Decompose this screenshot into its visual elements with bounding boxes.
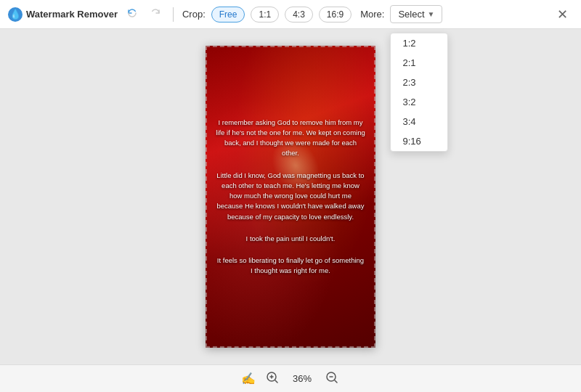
select-button[interactable]: Select ▼: [390, 5, 442, 23]
image-container: I remember asking God to remove him from…: [206, 46, 375, 348]
app-title: Watermark Remover: [26, 9, 118, 20]
hand-tool-icon[interactable]: ✍: [241, 372, 256, 385]
zoom-bar: ✍ 36%: [0, 364, 581, 392]
zoom-out-button[interactable]: [324, 369, 340, 388]
app-icon: 💧: [7, 7, 23, 23]
redo-button[interactable]: [147, 6, 164, 23]
dropdown-item-3-2[interactable]: 3:2: [391, 92, 447, 112]
svg-text:💧: 💧: [9, 8, 22, 20]
toolbar: 💧 Watermark Remover Crop: Free 1:1 4:3 1…: [0, 0, 581, 29]
dropdown-item-2-1[interactable]: 2:1: [391, 53, 447, 73]
crop-label: Crop:: [182, 9, 206, 20]
crop-16-9-button[interactable]: 16:9: [319, 7, 352, 23]
chevron-down-icon: ▼: [428, 10, 435, 18]
quote-4: It feels so liberating to finally let go…: [216, 256, 365, 277]
dropdown-item-2-3[interactable]: 2:3: [391, 73, 447, 92]
dropdown-item-3-4[interactable]: 3:4: [391, 112, 447, 131]
select-label: Select: [398, 9, 424, 20]
app-logo: 💧 Watermark Remover: [7, 7, 118, 23]
quote-3: I took the pain until I couldn't.: [246, 234, 336, 244]
quote-1: I remember asking God to remove him from…: [216, 118, 365, 159]
select-dropdown-wrapper: Select ▼ 1:22:12:33:23:49:16: [390, 5, 442, 23]
dropdown-item-1-2[interactable]: 1:2: [391, 33, 447, 53]
image-text-area: I remember asking God to remove him from…: [206, 46, 375, 348]
image-background: I remember asking God to remove him from…: [206, 46, 375, 348]
dropdown-menu: 1:22:12:33:23:49:16: [390, 33, 448, 152]
canvas-area: I remember asking God to remove him from…: [0, 29, 581, 364]
close-button[interactable]: ✕: [551, 4, 574, 25]
svg-line-8: [335, 380, 337, 383]
crop-1-1-button[interactable]: 1:1: [251, 7, 279, 23]
svg-line-5: [275, 380, 277, 383]
zoom-in-button[interactable]: [264, 369, 280, 388]
toolbar-divider: [173, 7, 174, 22]
crop-4-3-button[interactable]: 4:3: [285, 7, 313, 23]
dropdown-item-9-16[interactable]: 9:16: [391, 131, 447, 151]
undo-button[interactable]: [123, 6, 141, 23]
zoom-level: 36%: [289, 373, 315, 384]
crop-free-button[interactable]: Free: [211, 7, 245, 23]
more-label: More:: [360, 9, 384, 20]
quote-2: Little did I know, God was magnetting us…: [216, 171, 365, 222]
